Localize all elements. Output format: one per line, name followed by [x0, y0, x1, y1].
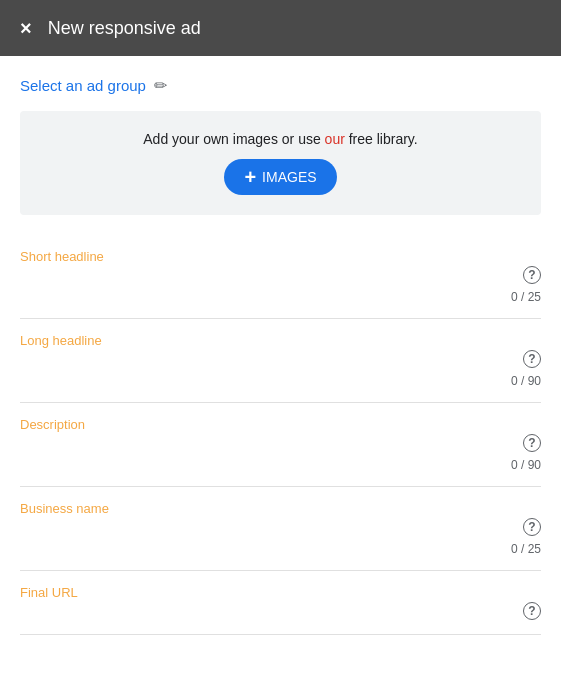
help-icon-short-headline[interactable]: ? — [523, 266, 541, 284]
field-description: Description?0 / 90 — [20, 407, 541, 487]
field-business-name: Business name?0 / 25 — [20, 491, 541, 571]
edit-icon[interactable]: ✏ — [154, 76, 167, 95]
input-final-url[interactable] — [20, 585, 511, 624]
select-ad-group-link[interactable]: Select an ad group — [20, 77, 146, 94]
image-upload-section: Add your own images or use our free libr… — [20, 111, 541, 215]
field-short-headline: Short headline?0 / 25 — [20, 239, 541, 319]
help-icon-final-url[interactable]: ? — [523, 602, 541, 620]
images-button[interactable]: + IMAGES — [224, 159, 336, 195]
image-section-text: Add your own images or use our free libr… — [40, 131, 521, 147]
help-icon-business-name[interactable]: ? — [523, 518, 541, 536]
field-long-headline: Long headline?0 / 90 — [20, 323, 541, 403]
input-description[interactable] — [20, 417, 511, 456]
plus-icon: + — [244, 167, 256, 187]
field-final-url: Final URL? — [20, 575, 541, 635]
form-section: Short headline?0 / 25Long headline?0 / 9… — [20, 239, 541, 635]
modal-title: New responsive ad — [48, 18, 201, 39]
close-button[interactable]: × — [20, 17, 32, 40]
char-count-business-name: 0 / 25 — [20, 542, 541, 560]
modal-content: Select an ad group ✏ Add your own images… — [0, 56, 561, 635]
input-long-headline[interactable] — [20, 333, 511, 372]
our-link[interactable]: our — [325, 131, 345, 147]
char-count-short-headline: 0 / 25 — [20, 290, 541, 308]
modal-header: × New responsive ad — [0, 0, 561, 56]
images-button-label: IMAGES — [262, 169, 316, 185]
ad-group-selector: Select an ad group ✏ — [20, 76, 541, 95]
char-count-description: 0 / 90 — [20, 458, 541, 476]
help-icon-long-headline[interactable]: ? — [523, 350, 541, 368]
help-icon-description[interactable]: ? — [523, 434, 541, 452]
input-short-headline[interactable] — [20, 249, 511, 288]
input-business-name[interactable] — [20, 501, 511, 540]
char-count-long-headline: 0 / 90 — [20, 374, 541, 392]
